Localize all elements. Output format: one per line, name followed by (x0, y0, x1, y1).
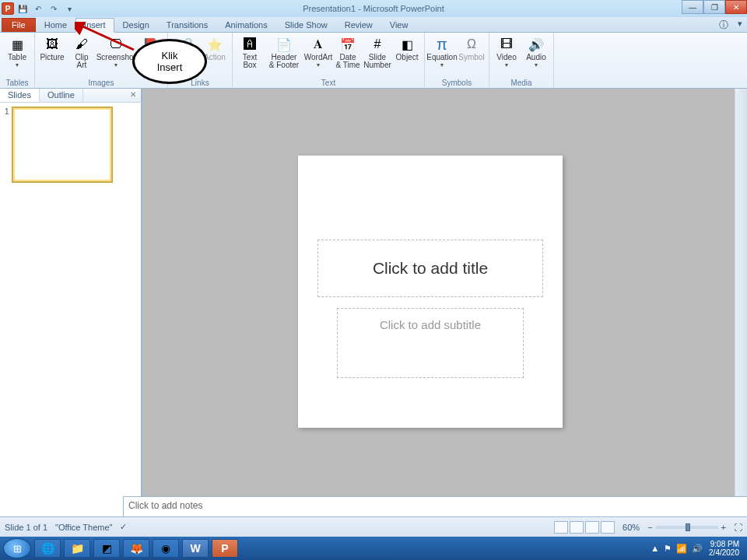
help-icon[interactable]: ⓘ (719, 19, 728, 32)
chevron-down-icon: ▼ (15, 62, 20, 68)
undo-icon[interactable]: ↶ (31, 2, 45, 16)
close-pane-icon[interactable]: ✕ (125, 89, 141, 102)
title-placeholder-text: Click to add title (373, 259, 488, 278)
screenshot-button[interactable]: 🖵Screenshot▼ (97, 34, 135, 78)
zoom-slider[interactable]: − + (647, 523, 726, 532)
view-buttons (554, 521, 615, 534)
notes-pane[interactable]: Click to add notes (123, 496, 747, 516)
audio-button[interactable]: 🔊Audio▼ (522, 34, 550, 78)
taskbar-word[interactable]: W (182, 539, 209, 558)
zoom-out-icon[interactable]: − (647, 523, 652, 532)
header-footer-icon: 📄 (275, 36, 293, 53)
group-label-text: Text (236, 78, 421, 88)
slidenumber-button[interactable]: #Slide Number (363, 34, 391, 78)
system-tray: ▲ ⚑ 📶 🔊 9:08 PM 2/4/2020 (651, 540, 744, 557)
fit-to-window-button[interactable]: ⛶ (734, 523, 742, 532)
group-label-media: Media (493, 78, 550, 88)
thumbnail-1[interactable]: 1 (5, 107, 136, 182)
qat-more-icon[interactable]: ▾ (62, 2, 76, 16)
tab-file[interactable]: File (2, 18, 36, 32)
tray-flag-icon[interactable]: ⚑ (664, 544, 672, 554)
restore-button[interactable]: ❐ (703, 0, 725, 14)
tab-animations[interactable]: Animations (216, 18, 275, 32)
start-button[interactable]: ⊞ (3, 538, 31, 558)
wordart-button[interactable]: 𝐀WordArt▼ (304, 34, 332, 78)
tab-home[interactable]: Home (36, 18, 75, 32)
object-button[interactable]: ◧Object (393, 34, 421, 78)
taskbar-ie[interactable]: 🌐 (34, 539, 61, 558)
slide-canvas[interactable]: Click to add title Click to add subtitle (298, 156, 563, 428)
date-time-icon: 📅 (339, 36, 356, 53)
group-label-symbols: Symbols (428, 78, 486, 88)
spellcheck-icon[interactable]: ✓ (120, 522, 127, 532)
taskbar-chrome[interactable]: ◉ (153, 539, 179, 558)
window-title: Presentation1 - Microsoft PowerPoint (303, 4, 444, 13)
zoom-thumb[interactable] (686, 523, 690, 531)
minimize-button[interactable]: — (682, 0, 703, 14)
reading-view-button[interactable] (585, 521, 599, 534)
clipart-button[interactable]: 🖌Clip Art (68, 34, 96, 78)
normal-view-button[interactable] (554, 521, 568, 534)
equation-button[interactable]: πEquation▼ (428, 34, 456, 78)
group-label-tables: Tables (3, 78, 31, 88)
tab-slideshow[interactable]: Slide Show (276, 18, 336, 32)
taskbar-clock[interactable]: 9:08 PM 2/4/2020 (709, 540, 739, 557)
taskbar-explorer[interactable]: 📁 (64, 539, 90, 558)
sorter-view-button[interactable] (570, 521, 584, 534)
clipart-icon: 🖌 (73, 36, 90, 53)
window-controls: — ❐ ✕ (682, 0, 747, 14)
tab-review[interactable]: Review (336, 18, 381, 32)
slide-number-icon: # (369, 36, 386, 53)
slides-tab[interactable]: Slides (0, 89, 40, 102)
status-bar: Slide 1 of 1 "Office Theme" ✓ 60% − + ⛶ (0, 516, 747, 537)
slide-thumbnails-pane: 1 (0, 103, 142, 516)
tab-design[interactable]: Design (114, 18, 158, 32)
thumbnail-preview[interactable] (12, 107, 112, 182)
textbox-button[interactable]: 🅰Text Box (236, 34, 264, 78)
video-button[interactable]: 🎞Video▼ (493, 34, 521, 78)
ribbon: ▦ Table ▼ Tables 🖼Picture 🖌Clip Art 🖵Scr… (0, 33, 747, 89)
tray-volume-icon[interactable]: 🔊 (692, 544, 703, 554)
picture-button[interactable]: 🖼Picture (38, 34, 66, 78)
wordart-icon: 𝐀 (310, 36, 327, 53)
taskbar-firefox[interactable]: 🦊 (123, 539, 149, 558)
action-icon: ⭐ (206, 36, 223, 53)
table-button[interactable]: ▦ Table ▼ (3, 34, 31, 78)
zoom-in-icon[interactable]: + (721, 523, 726, 532)
tray-up-icon[interactable]: ▲ (651, 544, 659, 554)
chevron-down-icon: ▼ (504, 62, 510, 68)
close-button[interactable]: ✕ (725, 0, 747, 14)
table-icon: ▦ (9, 36, 26, 53)
save-icon[interactable]: 💾 (16, 2, 30, 16)
group-text: 🅰Text Box 📄Header & Footer 𝐀WordArt▼ 📅Da… (233, 33, 425, 88)
annotation-text-2: Insert (157, 61, 183, 73)
slideshow-view-button[interactable] (601, 521, 615, 534)
ribbon-tabs: File Home Insert Design Transitions Anim… (0, 17, 747, 33)
taskbar-app1[interactable]: ◩ (93, 539, 120, 558)
zoom-track[interactable] (656, 526, 718, 529)
video-icon: 🎞 (498, 36, 515, 53)
textbox-icon: 🅰 (241, 36, 258, 53)
zoom-percent[interactable]: 60% (622, 523, 640, 532)
redo-icon[interactable]: ↷ (47, 2, 61, 16)
tab-insert[interactable]: Insert (75, 18, 114, 33)
object-icon: ◧ (398, 36, 416, 53)
subtitle-placeholder[interactable]: Click to add subtitle (337, 308, 524, 378)
title-bar: P 💾 ↶ ↷ ▾ Presentation1 - Microsoft Powe… (0, 0, 747, 17)
headerfooter-button[interactable]: 📄Header & Footer (265, 34, 303, 78)
status-theme: "Office Theme" (55, 523, 112, 532)
annotation-callout: Klik Insert (132, 39, 207, 84)
tab-transitions[interactable]: Transitions (158, 18, 216, 32)
title-placeholder[interactable]: Click to add title (317, 240, 543, 297)
annotation-text-1: Klik (162, 50, 178, 61)
taskbar-powerpoint[interactable]: P (212, 539, 238, 558)
audio-icon: 🔊 (528, 36, 545, 53)
thumbnail-number: 1 (5, 107, 9, 182)
outline-tab[interactable]: Outline (40, 89, 83, 102)
datetime-button[interactable]: 📅Date & Time (334, 34, 362, 78)
vertical-scrollbar[interactable] (735, 89, 747, 496)
tab-view[interactable]: View (381, 18, 417, 32)
chevron-down-icon: ▼ (534, 62, 539, 68)
tray-network-icon[interactable]: 📶 (676, 544, 687, 554)
collapse-ribbon-icon[interactable]: ▾ (738, 19, 742, 29)
